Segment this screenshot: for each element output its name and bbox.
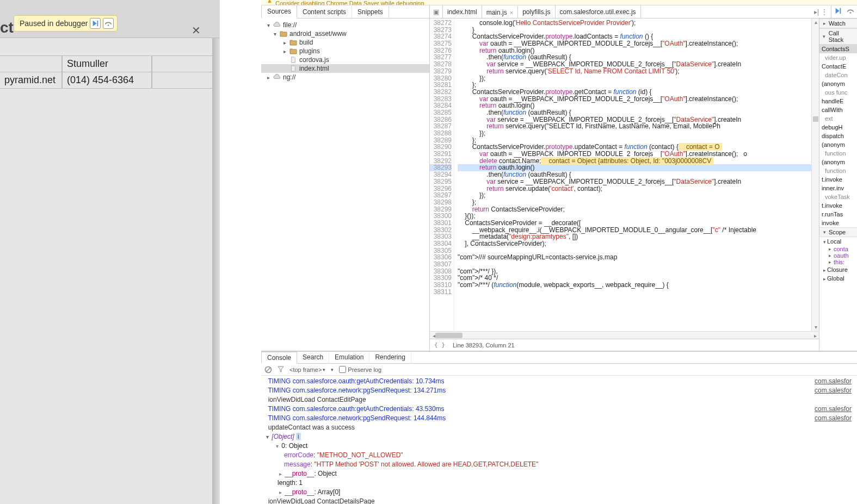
callstack-frame[interactable]: dispatch: [819, 132, 857, 140]
resume-toolbar-icon[interactable]: [834, 7, 842, 16]
table-cell: [0, 56, 63, 72]
close-icon[interactable]: ✕: [192, 24, 201, 37]
table-cell: (014) 454-6364: [63, 72, 152, 88]
console-drawer: ConsoleSearchEmulationRendering <top fra…: [261, 351, 857, 504]
more-tabs-icon[interactable]: ▸|: [814, 8, 819, 16]
paused-label: Paused in debugger: [20, 19, 88, 28]
callstack-frame[interactable]: ContactE: [819, 62, 857, 71]
devtools-panel: ▲ Consider disabling Chrome Data Saver w…: [261, 0, 857, 504]
console-line[interactable]: ▸ __proto__: Array[0]: [261, 488, 857, 497]
contact-table: Stumullerpyramid.net (014) 454-6364: [0, 38, 219, 89]
scope-global[interactable]: Global: [827, 275, 844, 282]
scope-variable[interactable]: ▸oauth: [819, 252, 857, 259]
resume-button[interactable]: [90, 18, 101, 29]
callstack-frame[interactable]: (anonym: [819, 158, 857, 166]
scope-header[interactable]: Scope: [829, 229, 846, 235]
log-level-icon[interactable]: ▾: [331, 367, 334, 372]
svg-point-3: [850, 12, 852, 14]
drawer-tab[interactable]: Console: [261, 352, 297, 364]
panel-tab[interactable]: Snippets: [352, 6, 389, 18]
console-line[interactable]: ▸ __proto__: Object: [261, 469, 857, 478]
file-tab[interactable]: polyfills.js: [518, 5, 555, 18]
console-line[interactable]: updateContact was a success: [261, 423, 857, 432]
tree-item[interactable]: cordova.js: [261, 55, 429, 64]
callstack-frame[interactable]: invoke: [819, 219, 857, 227]
chevron-down-icon[interactable]: ▾: [822, 34, 827, 39]
code-editor[interactable]: console.log('Hello ContactsServiceProvid…: [454, 18, 819, 331]
sources-subtabs: SourcesContent scriptsSnippets: [261, 5, 430, 18]
svg-rect-0: [97, 21, 98, 27]
file-tab[interactable]: com.salesforce.util.exec.js: [556, 5, 641, 18]
line-gutter: 3827238273382743827538276382773827838279…: [430, 18, 454, 331]
tree-item[interactable]: ▾android_asset/www: [261, 29, 429, 38]
scope-variable[interactable]: ▸this:: [819, 259, 857, 265]
page-title: ct: [0, 19, 14, 36]
console-line[interactable]: ▾ [Object] i: [261, 432, 857, 441]
table-cell: Stumuller: [63, 56, 152, 72]
callstack-frame[interactable]: t.invoke: [819, 175, 857, 184]
callstack-frame[interactable]: debugH: [819, 123, 857, 132]
panel-tab[interactable]: Content scripts: [297, 6, 352, 18]
console-line[interactable]: errorCode: "METHOD_NOT_ALLOWED": [261, 451, 857, 460]
step-over-toolbar-icon[interactable]: [847, 7, 854, 16]
console-line[interactable]: ionViewDidLoad ContactEditPage: [261, 395, 857, 405]
callstack-frame[interactable]: callWith: [819, 105, 857, 114]
file-tree[interactable]: ▾file://▾android_asset/www▸build▸plugins…: [261, 18, 430, 351]
table-cell: pyramid.net: [0, 72, 63, 88]
scope-local[interactable]: Local: [827, 238, 841, 245]
cursor-position: Line 38293, Column 21: [453, 342, 515, 349]
tree-item[interactable]: ▾file://: [261, 21, 429, 29]
console-output[interactable]: TIMING com.salesforce.oauth:getAuthCrede…: [261, 376, 857, 504]
callstack-frame[interactable]: (anonym: [819, 79, 857, 88]
chevron-right-icon[interactable]: ▸: [822, 21, 827, 26]
console-line[interactable]: length: 1: [261, 478, 857, 488]
chevron-down-icon[interactable]: ▾: [822, 229, 827, 235]
tree-item[interactable]: ▸ng://: [261, 73, 429, 82]
callstack-header[interactable]: Call Stack: [829, 30, 855, 43]
warning-bar: ▲ Consider disabling Chrome Data Saver w…: [261, 0, 857, 5]
drawer-tab[interactable]: Rendering: [369, 352, 411, 363]
close-tab-icon[interactable]: ×: [510, 9, 513, 16]
console-line[interactable]: message: "HTTP Method 'POST' not allowed…: [261, 460, 857, 469]
callstack-frame[interactable]: (anonym: [819, 140, 857, 149]
svg-point-1: [108, 24, 109, 26]
emulator-panel: ct Paused in debugger ✕ Stumullerpyramid…: [0, 0, 220, 504]
scope-variable[interactable]: ▸conta: [819, 246, 857, 252]
frame-selector[interactable]: <top frame>▾: [289, 366, 325, 373]
tree-item[interactable]: ▸build: [261, 38, 429, 47]
callstack-frame[interactable]: inner.inv: [819, 184, 857, 192]
console-line[interactable]: TIMING com.salesforce.network:pgSendRequ…: [261, 386, 857, 395]
callstack-frame[interactable]: t.invoke: [819, 201, 857, 210]
file-tab[interactable]: main.js×: [482, 5, 518, 18]
preserve-log-checkbox[interactable]: Preserve log: [339, 366, 381, 373]
console-line[interactable]: TIMING com.salesforce.network:pgSendRequ…: [261, 414, 857, 423]
warning-icon: ▲: [267, 0, 272, 3]
paused-overlay: Paused in debugger: [14, 15, 118, 32]
callstack-frame[interactable]: r.runTas: [819, 210, 857, 219]
tree-item[interactable]: index.html: [261, 64, 429, 73]
tabs-menu-icon[interactable]: ⋮: [821, 8, 828, 16]
panel-tab[interactable]: Sources: [261, 5, 297, 18]
console-line[interactable]: ionViewDidLoad ContactDetailsPage: [261, 497, 857, 504]
callstack-frame[interactable]: ContactsS: [819, 45, 857, 53]
console-line[interactable]: ▾ 0: Object: [261, 441, 857, 451]
watch-header[interactable]: Watch: [829, 20, 846, 27]
scope-closure[interactable]: Closure: [827, 266, 848, 273]
svg-rect-2: [840, 8, 841, 14]
vertical-scrollbar[interactable]: ▴ ▾: [811, 18, 819, 331]
console-line[interactable]: TIMING com.salesforce.oauth:getAuthCrede…: [261, 377, 857, 386]
horizontal-scrollbar[interactable]: ◂ ▸: [430, 331, 819, 339]
debugger-sidebar: ▸Watch ▾Call Stack ContactsSvider.upCont…: [819, 18, 857, 351]
tree-item[interactable]: ▸plugins: [261, 47, 429, 55]
nav-toggle-icon[interactable]: ▣: [430, 5, 443, 18]
pretty-print-icon[interactable]: { }: [434, 341, 445, 349]
filter-icon[interactable]: [278, 366, 284, 374]
callstack-frame[interactable]: handleE: [819, 97, 857, 105]
console-line[interactable]: TIMING com.salesforce.oauth:getAuthCrede…: [261, 405, 857, 414]
file-tab[interactable]: index.html: [443, 5, 482, 18]
drawer-tab[interactable]: Search: [297, 352, 329, 363]
svg-line-5: [266, 368, 270, 372]
step-over-button[interactable]: [103, 18, 114, 29]
clear-console-icon[interactable]: [264, 366, 272, 374]
drawer-tab[interactable]: Emulation: [329, 352, 369, 363]
